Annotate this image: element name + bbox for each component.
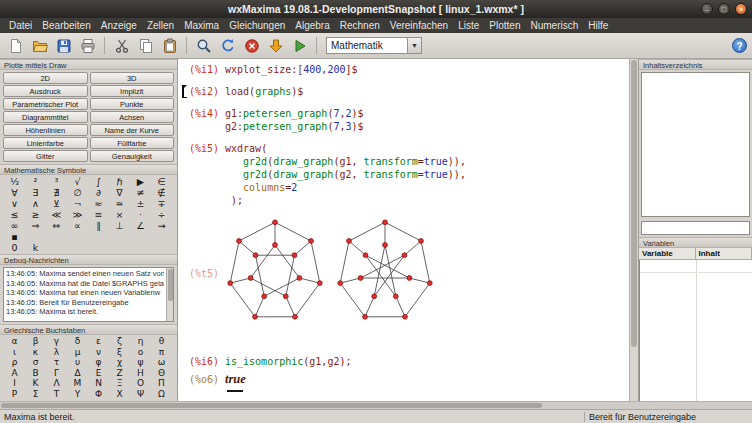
graph-plot[interactable] [335, 216, 435, 331]
greek-letter-button[interactable]: υ [67, 357, 88, 368]
greek-letter-button[interactable]: γ [46, 336, 67, 347]
cell-code[interactable]: wxplot_size:[400,200]$ [225, 63, 357, 76]
greek-letter-button[interactable]: Ν [88, 378, 109, 389]
greek-letter-button[interactable]: β [25, 336, 46, 347]
greek-letter-button[interactable]: δ [67, 336, 88, 347]
copy-icon[interactable] [135, 35, 156, 56]
menu-plotten[interactable]: Plotten [484, 20, 525, 31]
symbol-button[interactable]: ∃ [25, 187, 46, 198]
draw-button-gitter[interactable]: Gitter [3, 150, 88, 162]
greek-letter-button[interactable]: Ζ [109, 368, 130, 379]
symbol-button[interactable]: ≫ [67, 209, 88, 220]
vertical-scrollbar[interactable] [629, 59, 638, 401]
menu-zellen[interactable]: Zellen [142, 20, 179, 31]
greek-letter-button[interactable]: μ [67, 347, 88, 358]
draw-button-punkte[interactable]: Punkte [90, 98, 175, 110]
code-line[interactable]: is_isomorphic(g1,g2); [225, 355, 351, 368]
symbol-button[interactable]: ⊥ [109, 220, 130, 231]
symbol-button[interactable]: ∨ [4, 198, 25, 209]
symbol-button[interactable]: · [130, 209, 151, 220]
new-document-icon[interactable] [5, 35, 26, 56]
menu-vereinfachen[interactable]: Vereinfachen [385, 20, 453, 31]
symbol-button[interactable]: ≠ [130, 187, 151, 198]
greek-letter-button[interactable]: Θ [151, 368, 172, 379]
code-line[interactable]: wxdraw( [225, 142, 466, 155]
cell-code[interactable]: g1:petersen_graph(7,2)$g2:petersen_graph… [225, 107, 364, 133]
greek-letter-button[interactable]: τ [46, 357, 67, 368]
greek-letter-button[interactable]: Υ [67, 389, 88, 400]
help-icon[interactable]: ? [732, 38, 747, 53]
symbol-button[interactable]: ∥ [88, 220, 109, 231]
menu-gleichungen[interactable]: Gleichungen [224, 20, 290, 31]
code-line[interactable]: g2:petersen_graph(7,3)$ [225, 120, 364, 133]
greek-letter-button[interactable]: ω [151, 357, 172, 368]
symbol-button[interactable]: ≥ [25, 209, 46, 220]
greek-letter-button[interactable]: Ω [151, 389, 172, 400]
titlebar[interactable]: wxMaxima 19.08.1-DevelopmentSnapshot [ l… [0, 0, 752, 18]
greek-letter-button[interactable]: Ρ [4, 389, 25, 400]
symbol-button[interactable]: ▶ [130, 176, 151, 187]
cell-bracket[interactable] [182, 142, 189, 207]
code-line[interactable]: load(graphs)$ [225, 85, 303, 98]
cell-code[interactable]: is_isomorphic(g1,g2); [225, 355, 351, 368]
scrollbar-thumb[interactable] [168, 269, 173, 301]
graph-plot[interactable] [225, 216, 325, 331]
open-icon[interactable] [29, 35, 50, 56]
greek-letter-button[interactable]: Ξ [109, 378, 130, 389]
greek-letter-button[interactable]: π [151, 347, 172, 358]
symbol-button[interactable]: ¬ [67, 198, 88, 209]
cell-bracket[interactable] [182, 355, 189, 368]
greek-letter-button[interactable]: Η [130, 368, 151, 379]
play-animation-icon[interactable] [289, 35, 310, 56]
symbol-button[interactable]: ℏ [109, 176, 130, 187]
draw-button-parametrischer-plot[interactable]: Parametrischer Plot [3, 98, 88, 110]
toc-list[interactable] [641, 72, 750, 217]
greek-letter-button[interactable]: Μ [67, 378, 88, 389]
symbol-button[interactable]: ∈ [151, 176, 172, 187]
toc-filter-input[interactable] [641, 221, 750, 235]
symbol-button[interactable]: ∇ [109, 187, 130, 198]
draw-button-name-der-kurve[interactable]: Name der Kurve [90, 124, 175, 136]
symbol-button[interactable]: ÷ [151, 209, 172, 220]
greek-letter-button[interactable]: α [4, 336, 25, 347]
symbol-button[interactable]: ∉ [151, 187, 172, 198]
greek-letter-button[interactable]: θ [151, 336, 172, 347]
draw-button-2d[interactable]: 2D [3, 72, 88, 84]
cell-bracket[interactable] [182, 216, 189, 331]
greek-letter-button[interactable]: ι [4, 347, 25, 358]
symbol-button[interactable]: ⊻ [46, 198, 67, 209]
cut-icon[interactable] [111, 35, 132, 56]
symbol-button[interactable]: ∀ [4, 187, 25, 198]
symbol-button[interactable]: ½ [4, 176, 25, 187]
cursor-caret[interactable] [227, 390, 243, 392]
variables-table-body[interactable] [639, 260, 752, 401]
symbol-button[interactable]: ≈ [88, 198, 109, 209]
greek-letter-button[interactable]: ρ [4, 357, 25, 368]
draw-button-3d[interactable]: 3D [90, 72, 175, 84]
greek-letter-button[interactable]: Δ [67, 368, 88, 379]
symbol-button[interactable]: × [109, 209, 130, 220]
greek-letter-button[interactable]: ο [130, 347, 151, 358]
draw-button-linienfarbe[interactable]: Linienfarbe [3, 137, 88, 149]
draw-button-ausdruck[interactable]: Ausdruck [3, 85, 88, 97]
greek-letter-button[interactable]: Φ [88, 389, 109, 400]
code-line[interactable]: g1:petersen_graph(7,2)$ [225, 107, 364, 120]
symbol-button[interactable]: √ [67, 176, 88, 187]
symbol-button[interactable]: ∓ [151, 198, 172, 209]
symbol-button[interactable]: ∫ [88, 176, 109, 187]
greek-letter-button[interactable]: λ [46, 347, 67, 358]
symbol-button[interactable]: ≤ [4, 209, 25, 220]
cell-bracket[interactable] [182, 373, 189, 386]
greek-letter-button[interactable]: ε [88, 336, 109, 347]
symbol-button[interactable]: ∂ [88, 187, 109, 198]
cell-code[interactable]: load(graphs)$ [225, 85, 303, 98]
save-icon[interactable] [53, 35, 74, 56]
menu-numerisch[interactable]: Numerisch [525, 20, 583, 31]
code-line[interactable]: wxplot_size:[400,200]$ [225, 63, 357, 76]
scrollbar-thumb[interactable] [1, 403, 542, 408]
greek-letter-button[interactable]: Ι [4, 378, 25, 389]
greek-letter-button[interactable]: σ [25, 357, 46, 368]
cell-bracket[interactable] [182, 63, 189, 76]
greek-letter-button[interactable]: η [130, 336, 151, 347]
symbol-button[interactable]: ≪ [46, 209, 67, 220]
